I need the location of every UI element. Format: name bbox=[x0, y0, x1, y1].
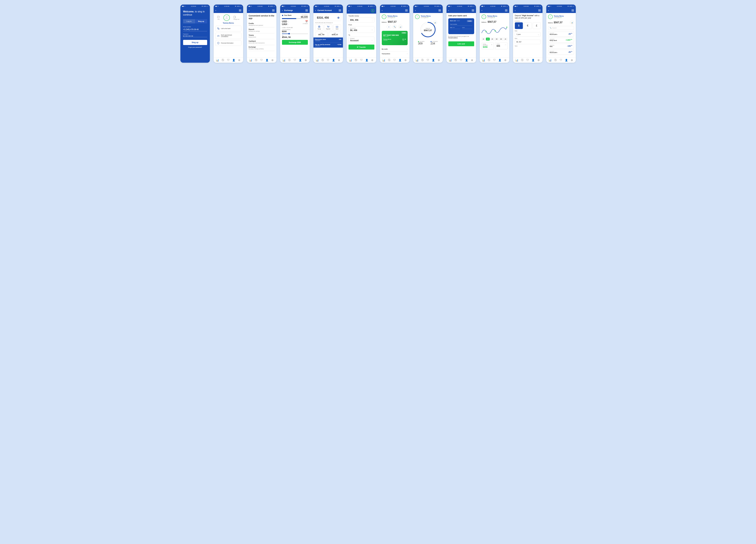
service-item[interactable]: TicketsBuying tickets bbox=[249, 33, 275, 39]
appointment-item[interactable]: Bank appointment consultation bbox=[215, 33, 241, 39]
menu-button[interactable] bbox=[239, 10, 241, 11]
back-button[interactable]: ‹ bbox=[249, 9, 249, 12]
currency-to[interactable]: UAH⌄ bbox=[282, 23, 289, 26]
service-item[interactable]: ExchangeBe aware, change profitably bbox=[249, 45, 275, 51]
back-button[interactable]: ‹ bbox=[482, 9, 482, 12]
tab-signup[interactable]: Sing up bbox=[195, 19, 207, 23]
menu-button[interactable] bbox=[572, 10, 574, 11]
menu-button[interactable] bbox=[472, 10, 474, 11]
nav-person-icon[interactable]: 👤 bbox=[565, 59, 568, 62]
payment-button[interactable]: Payment bbox=[324, 24, 332, 31]
nav-gear-icon[interactable]: ⚙ bbox=[304, 59, 307, 62]
exchange-button[interactable]: Exchange $350 bbox=[282, 40, 308, 45]
transaction-row[interactable]: 18/01/2019Nike-105.25 bbox=[548, 44, 574, 49]
nav-money-icon[interactable]: Ⓢ bbox=[355, 59, 357, 62]
back-button[interactable]: ‹ bbox=[282, 9, 283, 12]
link-card-button[interactable]: Link card bbox=[448, 41, 474, 46]
nav-stats-icon[interactable]: 📊 bbox=[515, 59, 518, 62]
back-button[interactable]: ‹ bbox=[448, 9, 449, 12]
nav-person-icon[interactable]: 👤 bbox=[499, 59, 501, 62]
menu-button[interactable] bbox=[339, 10, 341, 11]
nav-shield-icon[interactable]: 🛡 bbox=[360, 59, 363, 62]
credit-card[interactable]: CARD 5677 55437 5980 5600 Card number To… bbox=[382, 31, 408, 45]
nav-shield-icon[interactable]: 🛡 bbox=[460, 59, 463, 62]
service-item[interactable]: CashbackBonus after each transactions bbox=[249, 39, 275, 45]
nav-person-icon[interactable]: 👤 bbox=[232, 59, 235, 62]
avatar[interactable] bbox=[415, 15, 420, 19]
menu-button[interactable] bbox=[505, 10, 507, 11]
search-input[interactable]: 🔍 Search bbox=[548, 26, 574, 30]
nav-person-icon[interactable]: 👤 bbox=[399, 59, 401, 62]
calendar-icon[interactable]: 📅 bbox=[305, 20, 308, 23]
nav-shield-icon[interactable]: 🛡 bbox=[427, 59, 429, 62]
tab-bankcard[interactable]: Bank card bbox=[450, 20, 456, 21]
transactions-link[interactable]: Transactions› bbox=[382, 51, 408, 56]
phone-input[interactable]: +3 (345) 478-39-48 bbox=[183, 28, 207, 31]
nav-shield-icon[interactable]: 🛡 bbox=[227, 59, 230, 62]
service-item[interactable]: CreditsManagement and payment bbox=[249, 21, 275, 27]
nav-stats-icon[interactable]: 📊 bbox=[416, 59, 418, 62]
nav-shield-icon[interactable]: 🛡 bbox=[393, 59, 396, 62]
sum-input[interactable]: $5, 567 bbox=[515, 40, 541, 44]
nav-stats-icon[interactable]: 📊 bbox=[349, 59, 352, 62]
nav-money-icon[interactable]: Ⓢ bbox=[288, 59, 291, 62]
gear-icon[interactable]: ⚙ bbox=[337, 16, 339, 19]
menu-button[interactable] bbox=[538, 10, 541, 11]
nav-person-icon[interactable]: 👤 bbox=[299, 59, 302, 62]
nav-gear-icon[interactable]: ⚙ bbox=[504, 59, 507, 62]
period-1D[interactable]: 1D bbox=[482, 38, 485, 41]
stepper-icon[interactable]: ⌃⌄ bbox=[372, 19, 373, 21]
avatar[interactable] bbox=[223, 15, 230, 21]
nav-person-icon[interactable]: 👤 bbox=[532, 59, 534, 62]
change-user-button[interactable]: Change user bbox=[233, 16, 240, 20]
avatar[interactable] bbox=[548, 15, 553, 19]
currency-gbp[interactable]: £ bbox=[533, 22, 541, 29]
nav-money-icon[interactable]: Ⓢ bbox=[388, 59, 391, 62]
nav-stats-icon[interactable]: 📊 bbox=[382, 59, 385, 62]
back-button[interactable]: ‹ bbox=[415, 9, 416, 12]
back-button[interactable]: ‹ bbox=[215, 9, 216, 12]
transaction-row[interactable]: 18/01/2019Molly Work+1467.00 bbox=[548, 37, 574, 43]
nav-gear-icon[interactable]: ⚙ bbox=[471, 59, 473, 62]
nav-gear-icon[interactable]: ⚙ bbox=[371, 59, 374, 62]
nav-stats-icon[interactable]: 📊 bbox=[216, 59, 219, 62]
nav-shield-icon[interactable]: 🛡 bbox=[260, 59, 263, 62]
search-button[interactable]: 🔍 bbox=[393, 25, 397, 29]
avatar[interactable] bbox=[382, 15, 386, 19]
service-item[interactable]: DepositManage you savings bbox=[249, 27, 275, 33]
back-button[interactable]: ‹ bbox=[515, 9, 516, 12]
menu-button[interactable] bbox=[305, 10, 308, 11]
nav-money-icon[interactable]: Ⓢ bbox=[454, 59, 457, 62]
nav-gear-icon[interactable]: ⚙ bbox=[271, 59, 274, 62]
edit-button[interactable]: Edit bbox=[217, 16, 220, 20]
nav-stats-icon[interactable]: 📊 bbox=[482, 59, 485, 62]
nav-shield-icon[interactable]: 🛡 bbox=[526, 59, 529, 62]
nav-person-icon[interactable]: 👤 bbox=[465, 59, 468, 62]
send-button[interactable]: Send bbox=[333, 24, 341, 31]
tab-wallet[interactable]: Wallet bbox=[457, 20, 460, 21]
rate-input[interactable]: 1 year ⌄ bbox=[515, 32, 541, 37]
currency-from[interactable]: USD⌄ bbox=[282, 20, 289, 23]
nav-money-icon[interactable]: Ⓢ bbox=[255, 59, 257, 62]
menu-button[interactable] bbox=[405, 10, 408, 11]
expiry-input[interactable]: MM / YY bbox=[450, 27, 460, 29]
nav-gear-icon[interactable]: ⚙ bbox=[437, 59, 440, 62]
topup-button[interactable]: Top up bbox=[315, 24, 323, 31]
nav-gear-icon[interactable]: ⚙ bbox=[238, 59, 241, 62]
signup-button[interactable]: Sing up bbox=[183, 40, 207, 45]
terms-link[interactable]: Terms&Conditions bbox=[448, 37, 458, 38]
period-All[interactable]: All bbox=[503, 38, 507, 41]
card-number-input[interactable]: Card number bbox=[450, 24, 472, 26]
period-3M[interactable]: 3M bbox=[495, 38, 499, 41]
personal-info-item[interactable]: Personal information bbox=[215, 40, 241, 46]
nav-gear-icon[interactable]: ⚙ bbox=[537, 59, 540, 62]
chart-toggle[interactable]: 📊 bbox=[433, 21, 437, 24]
stats-button[interactable]: 📊 bbox=[570, 21, 574, 24]
transaction-row[interactable]: 18/01/2019McDonald's-25.25 bbox=[548, 31, 574, 37]
transfer-button[interactable]: ⇄ Transfer bbox=[349, 45, 374, 50]
nav-money-icon[interactable]: Ⓢ bbox=[521, 59, 524, 62]
cvv-input[interactable]: CVV bbox=[462, 27, 472, 29]
nav-gear-icon[interactable]: ⚙ bbox=[404, 59, 407, 62]
nav-money-icon[interactable]: Ⓢ bbox=[488, 59, 490, 62]
avatar[interactable] bbox=[482, 15, 486, 19]
